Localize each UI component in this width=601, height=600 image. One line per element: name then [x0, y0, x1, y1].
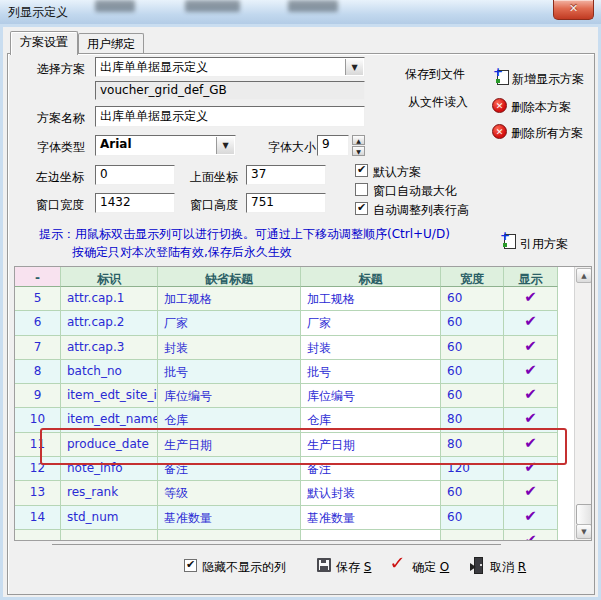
add-plan-icon[interactable]: + [493, 68, 509, 84]
scroll-up-icon[interactable]: ▲ [576, 268, 592, 283]
table-cell[interactable]: 生产日期 [301, 433, 441, 457]
chevron-down-icon[interactable]: ▼ [345, 59, 363, 75]
save-icon[interactable] [317, 558, 331, 572]
table-cell[interactable]: batch_no [61, 360, 158, 384]
visible-check-icon[interactable]: ✔ [504, 433, 558, 457]
col-header-title[interactable]: 标题 [301, 267, 441, 287]
visible-check-icon[interactable]: ✔ [504, 360, 558, 384]
table-cell[interactable]: std_num [61, 506, 158, 530]
table-cell[interactable]: 批号 [158, 360, 301, 384]
delete-plan-icon[interactable]: ✕ [492, 98, 507, 113]
plan-name-input[interactable]: 出库单单据显示定义 [95, 106, 365, 127]
visible-check-icon[interactable]: ✔ [504, 530, 558, 541]
table-cell[interactable]: 120 [441, 457, 504, 481]
col-header-show[interactable]: 显示 [504, 267, 558, 287]
visible-check-icon[interactable]: ✔ [504, 408, 558, 432]
table-cell[interactable]: 加工规格 [301, 287, 441, 311]
table-cell[interactable]: 封装 [301, 336, 441, 360]
left-coord-input[interactable]: 0 [95, 165, 175, 185]
close-button[interactable]: ✕ [553, 0, 594, 20]
table-cell[interactable]: 备注 [301, 457, 441, 481]
titlebar[interactable]: 列显示定义 [0, 0, 601, 25]
table-cell[interactable]: 仓库 [158, 408, 301, 432]
scrollbar-thumb[interactable] [576, 504, 592, 525]
table-cell[interactable]: 封装 [158, 336, 301, 360]
table-cell[interactable] [158, 530, 301, 541]
table-cell[interactable]: 60 [441, 336, 504, 360]
table-cell[interactable]: 9 [15, 384, 61, 408]
table-cell[interactable]: 7 [15, 336, 61, 360]
table-cell[interactable]: 60 [441, 311, 504, 335]
table-cell[interactable]: 备注 [158, 457, 301, 481]
table-cell[interactable]: 等级 [158, 481, 301, 505]
visible-check-icon[interactable]: ✔ [504, 384, 558, 408]
table-cell[interactable]: 仓库 [301, 408, 441, 432]
delete-all-plans-button[interactable]: 删除所有方案 [511, 125, 583, 142]
window-width-input[interactable]: 1432 [95, 193, 175, 213]
cancel-door-icon[interactable] [470, 557, 485, 572]
table-cell[interactable]: 厂家 [301, 311, 441, 335]
col-header-id[interactable]: 标识 [61, 267, 158, 287]
tab-plan-settings[interactable]: 方案设置 [10, 31, 78, 55]
table-cell[interactable]: 14 [15, 506, 61, 530]
cancel-button[interactable]: 取消 R [490, 559, 526, 576]
table-cell[interactable] [15, 530, 61, 541]
visible-check-icon[interactable]: ✔ [504, 506, 558, 530]
table-row[interactable]: 12note_info备注备注120✔ [15, 457, 558, 481]
reference-plan-icon[interactable]: + [500, 232, 516, 248]
font-type-combobox[interactable]: Arial ▼ [95, 135, 236, 156]
select-plan-combobox[interactable]: 出库单单据显示定义 ▼ [95, 57, 365, 77]
font-size-input[interactable]: 9 [317, 135, 349, 156]
table-row[interactable]: 9item_edt_site_id库位编号库位编号60✔ [15, 384, 558, 408]
visible-check-icon[interactable]: ✔ [504, 481, 558, 505]
col-header-width[interactable]: 宽度 [441, 267, 504, 287]
delete-all-plans-icon[interactable]: ✕ [492, 124, 507, 139]
col-header-dash[interactable]: - [15, 267, 61, 287]
ok-button[interactable]: 确定 O [412, 559, 449, 576]
table-cell[interactable]: 加工规格 [158, 287, 301, 311]
table-cell[interactable]: 12 [15, 457, 61, 481]
table-cell[interactable]: 10 [15, 408, 61, 432]
save-to-file-button[interactable]: 保存到文件 [405, 66, 465, 83]
spinner-down-icon[interactable]: ▼ [352, 146, 365, 156]
table-cell[interactable]: 60 [441, 287, 504, 311]
table-cell[interactable] [301, 530, 441, 541]
table-cell[interactable]: 5 [15, 287, 61, 311]
table-cell[interactable]: 80 [441, 408, 504, 432]
table-cell[interactable]: 库位编号 [158, 384, 301, 408]
window-height-input[interactable]: 751 [246, 193, 326, 213]
table-row[interactable]: 8batch_no批号批号60✔ [15, 360, 558, 384]
table-cell[interactable]: 13 [15, 481, 61, 505]
table-cell[interactable]: 批号 [301, 360, 441, 384]
table-row[interactable]: 13res_rank等级默认封装60✔ [15, 481, 558, 505]
table-cell[interactable]: 6 [15, 311, 61, 335]
auto-maximize-checkbox[interactable] [355, 183, 368, 196]
table-cell[interactable]: 默认封装 [301, 481, 441, 505]
table-row[interactable]: 10item_edt_name仓库仓库80✔ [15, 408, 558, 432]
table-cell[interactable]: res_rank [61, 481, 158, 505]
table-row[interactable]: 6attr.cap.2厂家厂家60✔ [15, 311, 558, 335]
chevron-down-icon[interactable]: ▼ [216, 137, 234, 154]
table-cell[interactable]: 生产日期 [158, 433, 301, 457]
table-row[interactable]: 5attr.cap.1加工规格加工规格60✔ [15, 287, 558, 311]
table-cell[interactable]: item_edt_site_id [61, 384, 158, 408]
visible-check-icon[interactable]: ✔ [504, 336, 558, 360]
top-coord-input[interactable]: 37 [246, 165, 326, 185]
table-cell[interactable]: 60 [441, 384, 504, 408]
table-cell[interactable]: 80 [441, 433, 504, 457]
table-cell[interactable] [61, 530, 158, 541]
table-row[interactable]: 11produce_date生产日期生产日期80✔ [15, 433, 558, 457]
table-cell[interactable]: attr.cap.1 [61, 287, 158, 311]
read-from-file-button[interactable]: 从文件读入 [408, 94, 468, 111]
table-cell[interactable]: 基准数量 [301, 506, 441, 530]
scroll-down-icon[interactable]: ▼ [576, 524, 592, 539]
table-cell[interactable]: 厂家 [158, 311, 301, 335]
table-cell[interactable]: attr.cap.2 [61, 311, 158, 335]
table-cell[interactable]: attr.cap.3 [61, 336, 158, 360]
reference-plan-button[interactable]: 引用方案 [520, 236, 568, 253]
auto-row-height-checkbox[interactable] [355, 202, 368, 215]
spinner-up-icon[interactable]: ▲ [352, 135, 365, 145]
vertical-scrollbar[interactable]: ▲ ▼ [574, 267, 592, 540]
table-cell[interactable]: 库位编号 [301, 384, 441, 408]
table-cell[interactable]: 11 [15, 433, 61, 457]
